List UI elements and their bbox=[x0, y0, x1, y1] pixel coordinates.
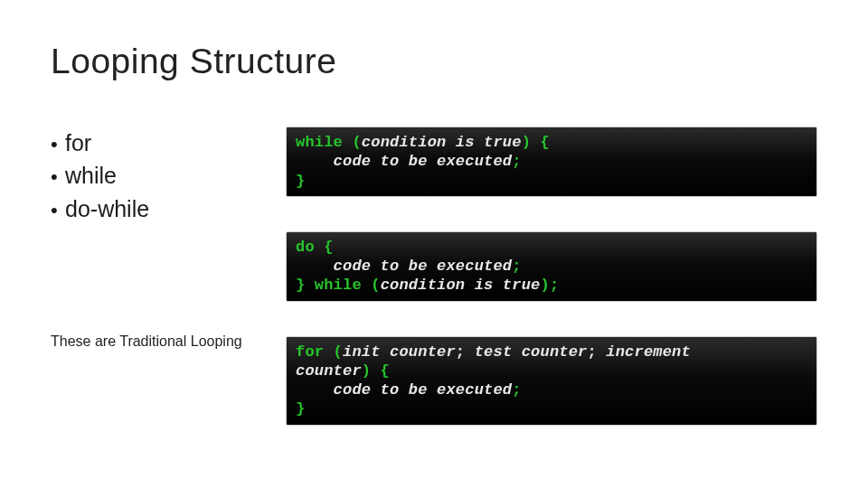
code-token: increment bbox=[606, 343, 691, 361]
bullet-label: while bbox=[65, 159, 117, 192]
slide: Looping Structure • for • while • do-whi… bbox=[0, 0, 868, 488]
code-block-for: for (init counter; test counter; increme… bbox=[286, 336, 817, 426]
bullet-label: for bbox=[65, 127, 91, 159]
code-token bbox=[296, 153, 334, 170]
code-block-while: while (condition is true) { code to be e… bbox=[286, 127, 817, 197]
code-token: init counter bbox=[343, 343, 456, 361]
code-token: test counter bbox=[475, 343, 588, 361]
code-token: ; bbox=[512, 258, 521, 275]
code-token: do bbox=[296, 239, 315, 256]
bullet-item: • do-while bbox=[51, 192, 286, 225]
code-token: ( bbox=[324, 343, 343, 361]
code-token: ) { bbox=[362, 362, 390, 380]
code-token: ( bbox=[362, 277, 381, 294]
code-token: ; bbox=[588, 343, 607, 361]
code-token: ( bbox=[343, 134, 362, 151]
bullet-dot-icon: • bbox=[51, 130, 65, 159]
code-token bbox=[296, 258, 334, 275]
right-column: while (condition is true) { code to be e… bbox=[286, 127, 817, 460]
code-token: for bbox=[296, 343, 324, 361]
code-token: code to be executed bbox=[334, 258, 513, 275]
slide-title: Looping Structure bbox=[51, 42, 817, 81]
code-token: { bbox=[315, 239, 334, 256]
left-column: • for • while • do-while These are Tradi… bbox=[51, 127, 286, 350]
code-token: condition is true bbox=[362, 134, 522, 151]
bullet-label: do-while bbox=[65, 192, 149, 225]
note-text: These are Traditional Looping bbox=[51, 333, 286, 350]
code-token bbox=[296, 381, 334, 399]
bullet-item: • while bbox=[51, 159, 286, 192]
code-token: condition is true bbox=[381, 277, 541, 294]
code-token: counter bbox=[296, 362, 362, 380]
code-token: ; bbox=[456, 343, 475, 361]
code-token: } bbox=[296, 173, 305, 190]
code-block-dowhile: do { code to be executed; } while (condi… bbox=[286, 231, 817, 302]
bullet-list: • for • while • do-while bbox=[51, 127, 286, 225]
code-token: ) { bbox=[522, 134, 550, 151]
body-row: • for • while • do-while These are Tradi… bbox=[51, 127, 817, 460]
code-token: code to be executed bbox=[334, 153, 513, 170]
code-token: ; bbox=[512, 381, 521, 399]
code-token: } bbox=[296, 277, 315, 294]
code-token: ); bbox=[540, 277, 559, 294]
code-token: code to be executed bbox=[334, 381, 513, 399]
code-token: } bbox=[296, 400, 305, 418]
bullet-dot-icon: • bbox=[51, 163, 65, 192]
code-token: ; bbox=[512, 153, 521, 170]
bullet-item: • for bbox=[51, 127, 286, 159]
code-token: while bbox=[296, 134, 343, 151]
code-token: while bbox=[315, 277, 362, 294]
bullet-dot-icon: • bbox=[51, 196, 65, 225]
